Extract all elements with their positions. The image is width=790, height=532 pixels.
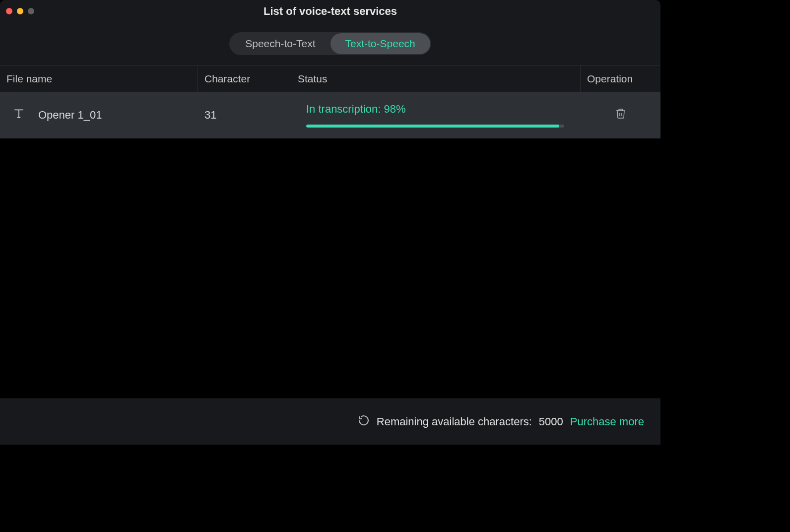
remaining-count: 5000 <box>539 415 563 428</box>
purchase-more-link[interactable]: Purchase more <box>570 415 644 428</box>
maximize-window-button[interactable] <box>28 8 34 14</box>
cell-filename: Opener 1_01 <box>0 92 198 138</box>
tab-text-to-speech[interactable]: Text-to-Speech <box>330 33 430 54</box>
voice-text-services-window: List of voice-text services Speech-to-Te… <box>0 0 660 445</box>
tab-speech-to-text[interactable]: Speech-to-Text <box>230 33 330 54</box>
file-name-label: Opener 1_01 <box>38 109 102 122</box>
column-header-character: Character <box>198 66 291 92</box>
remaining-label: Remaining available characters: <box>377 415 532 428</box>
progress-bar <box>306 125 559 128</box>
status-text: In transcription: 98% <box>306 103 406 116</box>
column-header-operation: Operation <box>581 66 660 92</box>
table-body: Opener 1_01 31 In transcription: 98% <box>0 92 660 399</box>
column-header-filename: File name <box>0 66 198 92</box>
trash-icon <box>615 107 627 120</box>
progress-track <box>306 125 564 128</box>
tabs-container: Speech-to-Text Text-to-Speech <box>0 22 660 65</box>
window-controls <box>6 8 34 14</box>
tabs: Speech-to-Text Text-to-Speech <box>229 32 431 55</box>
cell-character: 31 <box>198 92 291 138</box>
cell-status: In transcription: 98% <box>291 92 581 138</box>
titlebar: List of voice-text services <box>0 0 660 22</box>
refresh-icon <box>358 414 370 426</box>
delete-button[interactable] <box>615 107 627 123</box>
table-row: Opener 1_01 31 In transcription: 98% <box>0 92 660 138</box>
close-window-button[interactable] <box>6 8 12 14</box>
window-title: List of voice-text services <box>263 5 397 18</box>
refresh-button[interactable] <box>358 414 370 429</box>
minimize-window-button[interactable] <box>17 8 23 14</box>
table-header: File name Character Status Operation <box>0 65 660 92</box>
column-header-status: Status <box>291 66 581 92</box>
footer: Remaining available characters: 5000 Pur… <box>0 399 660 445</box>
cell-operation <box>581 92 660 138</box>
text-icon <box>12 107 25 123</box>
